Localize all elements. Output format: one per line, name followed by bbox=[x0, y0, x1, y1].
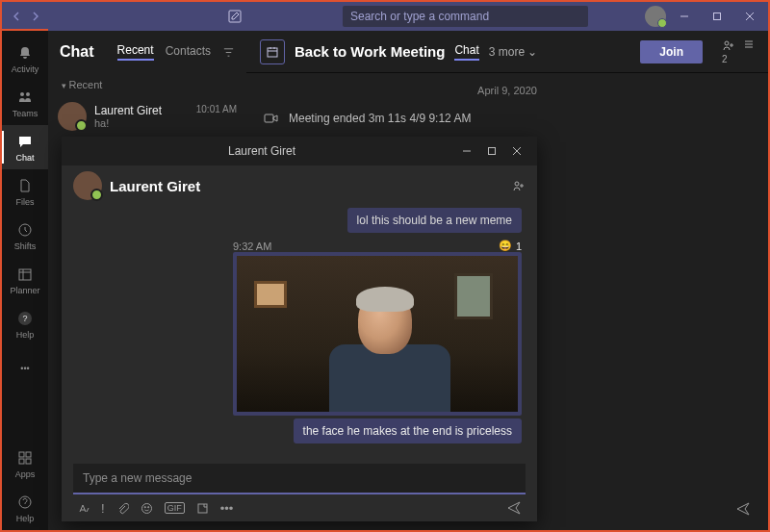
bell-icon bbox=[15, 43, 35, 63]
meeting-tab-chat[interactable]: Chat bbox=[454, 43, 478, 61]
message-bubble: lol this should be a new meme bbox=[347, 208, 522, 233]
chat-icon bbox=[15, 132, 35, 151]
svg-point-15 bbox=[725, 41, 729, 45]
rail-apps[interactable]: Apps bbox=[2, 442, 48, 486]
rail-label: Apps bbox=[15, 469, 36, 479]
meeting-title: Back to Work Meeting bbox=[295, 43, 445, 60]
video-icon bbox=[264, 113, 279, 124]
attach-button[interactable] bbox=[116, 502, 129, 515]
chevron-down-icon: ⌄ bbox=[527, 45, 537, 59]
meeting-tabs-more[interactable]: 3 more ⌄ bbox=[489, 45, 538, 59]
files-icon bbox=[15, 176, 35, 195]
svg-rect-12 bbox=[26, 459, 31, 464]
rail-chat[interactable]: Chat bbox=[2, 125, 48, 169]
conversation-main: Laurent Giret ha! bbox=[94, 104, 189, 129]
window-close-button[interactable] bbox=[735, 3, 764, 30]
rail-teams[interactable]: Teams bbox=[2, 81, 48, 125]
apps-icon bbox=[15, 448, 35, 468]
rail-activity[interactable]: Activity bbox=[2, 37, 48, 81]
popout-window-title: Laurent Giret bbox=[228, 144, 295, 158]
message-time-row: 9:32 AM 😄 1 bbox=[233, 240, 522, 252]
conversation-time: 10:01 AM bbox=[196, 104, 237, 114]
compose-area: ! GIF ••• bbox=[62, 458, 537, 521]
svg-point-4 bbox=[26, 92, 30, 96]
list-view-icon[interactable] bbox=[743, 38, 755, 65]
conversation-preview: ha! bbox=[94, 117, 189, 129]
gif-button[interactable]: GIF bbox=[165, 502, 185, 514]
meeting-ended-line: Meeting ended 3m 11s 4/9 9:12 AM bbox=[246, 108, 768, 129]
message-reactions[interactable]: 😄 1 bbox=[499, 240, 522, 252]
rail-label: Planner bbox=[10, 286, 39, 295]
search-input[interactable]: Search or type a command bbox=[343, 6, 588, 27]
more-compose-button[interactable]: ••• bbox=[220, 501, 234, 516]
conversation-item[interactable]: Laurent Giret ha! 10:01 AM bbox=[48, 96, 246, 137]
shifts-icon bbox=[15, 220, 35, 240]
rail-files[interactable]: Files bbox=[2, 169, 48, 214]
svg-point-19 bbox=[515, 182, 519, 186]
message-bubble: the face he makes at the end is priceles… bbox=[294, 418, 522, 443]
chat-list-title: Chat bbox=[60, 43, 94, 61]
message-image[interactable] bbox=[233, 252, 522, 416]
rail-planner[interactable]: Planner bbox=[2, 258, 48, 302]
teams-icon bbox=[15, 88, 35, 107]
add-people-button[interactable] bbox=[512, 179, 526, 192]
tab-contacts[interactable]: Contacts bbox=[166, 44, 211, 60]
sticker-button[interactable] bbox=[196, 502, 209, 515]
window-minimize-button[interactable] bbox=[670, 3, 699, 30]
chat-list-header: Chat Recent Contacts bbox=[48, 31, 246, 73]
nav-back-button[interactable] bbox=[10, 9, 25, 24]
emoji-button[interactable] bbox=[141, 502, 153, 515]
svg-rect-2 bbox=[714, 13, 721, 20]
popout-messages[interactable]: lol this should be a new meme 9:32 AM 😄 … bbox=[62, 206, 537, 458]
svg-point-22 bbox=[147, 506, 148, 507]
rail-label: Chat bbox=[15, 153, 34, 163]
date-separator: April 9, 2020 bbox=[246, 73, 768, 108]
help-icon: ? bbox=[15, 309, 35, 328]
popout-titlebar[interactable]: Laurent Giret bbox=[62, 137, 537, 165]
rail-label: Help bbox=[16, 330, 35, 340]
meeting-header-actions: 2 bbox=[722, 38, 755, 65]
nav-forward-button[interactable] bbox=[27, 9, 42, 24]
join-button[interactable]: Join bbox=[640, 40, 703, 63]
planner-icon bbox=[15, 265, 35, 284]
rail-shifts[interactable]: Shifts bbox=[2, 214, 48, 258]
tab-recent[interactable]: Recent bbox=[117, 43, 154, 61]
compose-input[interactable] bbox=[73, 464, 526, 494]
current-user-avatar[interactable] bbox=[645, 6, 666, 27]
main-send-button[interactable] bbox=[735, 501, 751, 517]
calendar-icon bbox=[260, 39, 285, 64]
add-people-button[interactable]: 2 bbox=[722, 38, 735, 65]
popout-close-button[interactable] bbox=[504, 139, 529, 163]
window-maximize-button[interactable] bbox=[703, 3, 732, 30]
section-recent[interactable]: Recent bbox=[48, 73, 246, 96]
rail-help[interactable]: Help bbox=[2, 486, 48, 530]
title-bar: Search or type a command bbox=[2, 2, 768, 31]
message-time: 9:32 AM bbox=[233, 241, 271, 252]
rail-help-top[interactable]: ? Help bbox=[2, 302, 48, 346]
search-placeholder: Search or type a command bbox=[350, 10, 489, 23]
new-chat-button[interactable] bbox=[223, 5, 246, 28]
send-button[interactable] bbox=[506, 500, 522, 516]
rail-more[interactable]: ••• bbox=[2, 346, 48, 391]
svg-rect-16 bbox=[265, 114, 273, 122]
ellipsis-icon: ••• bbox=[15, 359, 35, 378]
svg-rect-11 bbox=[19, 459, 24, 464]
conversation-name: Laurent Giret bbox=[94, 104, 189, 117]
svg-point-3 bbox=[20, 92, 24, 96]
svg-rect-18 bbox=[488, 148, 495, 155]
avatar bbox=[73, 171, 102, 200]
popout-chat-window: Laurent Giret Laurent Giret lol this sho… bbox=[62, 137, 537, 521]
format-button[interactable] bbox=[77, 502, 90, 515]
rail-label: Activity bbox=[12, 64, 39, 74]
popout-maximize-button[interactable] bbox=[479, 139, 504, 163]
meeting-header: Back to Work Meeting Chat 3 more ⌄ Join … bbox=[246, 31, 768, 73]
svg-point-21 bbox=[144, 506, 145, 507]
reaction-count: 1 bbox=[516, 241, 522, 252]
filter-button[interactable] bbox=[222, 46, 235, 59]
priority-icon[interactable]: ! bbox=[101, 501, 105, 516]
compose-toolbar: ! GIF ••• bbox=[73, 494, 526, 516]
meeting-ended-text: Meeting ended 3m 11s 4/9 9:12 AM bbox=[289, 112, 471, 125]
popout-minimize-button[interactable] bbox=[454, 139, 479, 163]
rail-label: Files bbox=[15, 197, 34, 207]
participants-count: 2 bbox=[722, 54, 728, 64]
